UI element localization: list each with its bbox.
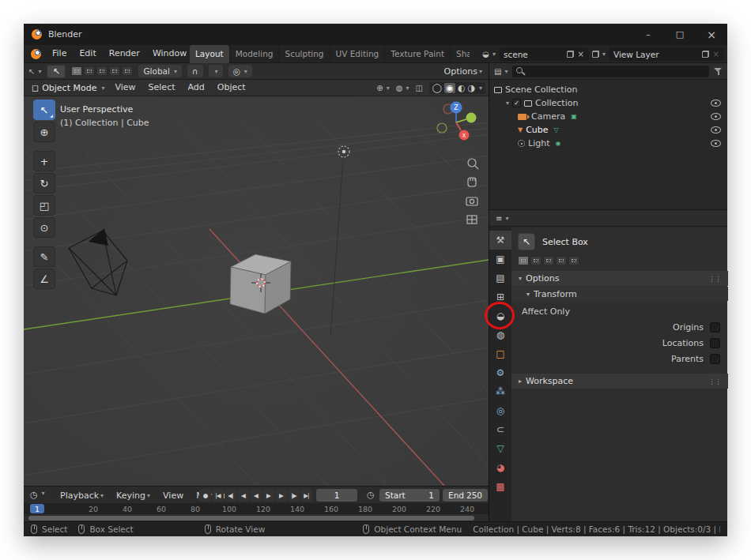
select-box-tool-icon[interactable]: ↖ (518, 233, 535, 250)
tool-move[interactable]: + (33, 151, 55, 171)
outliner-row-scene-collection[interactable]: Scene Collection (489, 83, 727, 96)
checkbox-locations[interactable] (710, 338, 720, 348)
frame-start-field[interactable]: Start 1 (379, 489, 440, 502)
timeline-menu-keying[interactable]: Keying▾ (116, 490, 150, 501)
view-layer-selector-dropdown[interactable]: ▾ (592, 51, 606, 58)
properties-tab-render[interactable]: ▣ (489, 250, 511, 269)
viewport-3d[interactable]: Z X (24, 96, 489, 486)
tool-measure[interactable]: ∠ (33, 269, 55, 289)
workspace-tab-layout[interactable]: Layout (190, 45, 230, 63)
transport-play-reverse[interactable]: ◀ (250, 489, 262, 502)
select-mode-invert-icon[interactable] (109, 66, 120, 76)
timeline-menu-view[interactable]: View (163, 490, 183, 501)
properties-tab-active-tool[interactable]: ⚒ (489, 231, 511, 250)
timeline-menu-playback[interactable]: Playback▾ (60, 490, 104, 501)
transport-play[interactable]: ▶ (262, 489, 274, 502)
properties-tab-output[interactable]: ▤ (489, 269, 511, 288)
filter-funnel-icon[interactable] (714, 67, 723, 76)
workspace-tab-modeling[interactable]: Modeling (230, 45, 280, 63)
remove-view-layer-icon[interactable]: × (713, 50, 719, 58)
menu-window[interactable]: Window (146, 45, 193, 62)
panel-drag-icon[interactable]: ⋮⋮ (708, 378, 721, 385)
frame-end-field[interactable]: End 250 (443, 489, 488, 502)
active-tool-button[interactable]: ↖ (47, 65, 66, 78)
disclosure-triangle-icon[interactable]: ▾ (506, 100, 509, 107)
transport-jump-to-start[interactable]: |◀ (212, 489, 224, 502)
tool-scale[interactable]: ◰ (33, 195, 55, 216)
transport-record[interactable]: ● (199, 489, 211, 502)
select-mode-intersect-icon[interactable] (122, 66, 133, 76)
select-mode-intersect-icon[interactable] (568, 256, 579, 265)
viewport-menu-select[interactable]: Select (142, 79, 182, 96)
hide-in-viewport-toggle[interactable] (711, 113, 721, 120)
menu-edit[interactable]: Edit (73, 45, 102, 62)
menu-file[interactable]: File (46, 45, 73, 62)
viewport-menu-object[interactable]: Object (211, 79, 252, 96)
properties-tab-object-data[interactable]: ▽ (489, 439, 511, 458)
tool-cursor[interactable]: ⊕ (33, 122, 55, 142)
proportional-editing-dropdown[interactable]: ◎▾ (228, 65, 252, 77)
blender-menu-icon[interactable] (31, 49, 41, 62)
timeline-editor-dropdown[interactable]: ◷▾ (30, 490, 45, 500)
select-mode-extend-icon[interactable] (530, 256, 542, 265)
timeline-ruler[interactable]: 1 20406080100120140160180200220240 (24, 503, 489, 514)
workspace-tab-shading[interactable]: Shading (451, 45, 470, 63)
properties-tab-modifiers[interactable]: ⚙ (489, 363, 511, 382)
active-tool-dropdown[interactable]: ↖▾ (28, 67, 41, 76)
show-overlays-dropdown[interactable]: ◍▾ (396, 84, 409, 92)
transport-previous-frame[interactable]: ◀ (237, 489, 249, 502)
tool-options-dropdown[interactable]: Options▾ (444, 66, 482, 77)
scene-name-field[interactable]: scene × (499, 47, 589, 61)
outliner-row-cube[interactable]: ▼Cube▽ (489, 123, 727, 137)
mode-dropdown[interactable]: ◻ Object Mode ▾ (28, 83, 108, 93)
gizmo-y-ball[interactable] (466, 113, 477, 123)
outliner-search-input[interactable] (512, 66, 709, 77)
tool-annotate[interactable]: ✎ (33, 246, 55, 267)
properties-tab-physics[interactable]: ◎ (489, 401, 511, 420)
hide-in-viewport-toggle[interactable] (711, 100, 721, 107)
select-mode-extend-icon[interactable] (84, 66, 95, 76)
checkbox-origins[interactable] (710, 322, 720, 333)
shading-solid-icon[interactable]: ◉ (444, 83, 455, 93)
new-view-layer-icon[interactable] (702, 51, 709, 58)
show-gizmo-dropdown[interactable]: ⊕▾ (376, 84, 389, 92)
viewport-canvas[interactable]: Z X (24, 96, 489, 486)
workspace-tab-texture-paint[interactable]: Texture Paint (385, 45, 451, 63)
workspace-section-header[interactable]: ▸ Workspace ⋮⋮ (511, 374, 728, 389)
scene-selector-dropdown[interactable]: ◒▾ (482, 50, 496, 58)
close-button[interactable]: × (696, 24, 727, 45)
properties-tab-particles[interactable]: ⁂ (489, 382, 511, 401)
transport-next-keyframe[interactable]: |▶ (288, 489, 300, 502)
menu-render[interactable]: Render (103, 45, 146, 62)
unlink-scene-icon[interactable]: × (578, 50, 584, 58)
minimize-button[interactable]: – (632, 24, 664, 45)
transform-section-header[interactable]: ▾ Transform (511, 287, 728, 301)
panel-drag-icon[interactable]: ⋮⋮ (708, 275, 721, 283)
titlebar[interactable]: Blender – □ × (24, 24, 727, 45)
workspace-tab-uv-editing[interactable]: UV Editing (330, 45, 386, 63)
gizmo-neg-y-ball[interactable] (437, 123, 447, 133)
workspace-tab-sculpting[interactable]: Sculpting (279, 45, 330, 63)
properties-tab-texture[interactable]: ▩ (489, 477, 511, 496)
hide-in-viewport-toggle[interactable] (711, 126, 721, 133)
outliner-row-light[interactable]: Light◉ (489, 137, 727, 150)
properties-tab-material[interactable]: ◕ (489, 458, 511, 477)
properties-tab-object[interactable]: □ (489, 344, 511, 363)
current-frame-marker[interactable]: 1 (30, 504, 44, 513)
transport-next-frame[interactable]: ▶ (275, 489, 287, 502)
collection-checkbox[interactable]: ✓ (512, 99, 521, 107)
outliner-display-dropdown[interactable]: ▤▾ (494, 67, 508, 76)
new-scene-icon[interactable] (567, 51, 574, 58)
maximize-button[interactable]: □ (664, 24, 696, 45)
select-mode-invert-icon[interactable] (556, 256, 567, 265)
viewport-menu-add[interactable]: Add (182, 79, 211, 96)
outliner-row-camera[interactable]: Camera▣ (489, 110, 727, 123)
transport-jump-to-end[interactable]: ▶| (300, 489, 312, 502)
options-section-header[interactable]: ▾ Options ⋮⋮ (511, 271, 728, 286)
toggle-xray-button[interactable]: ◫ (415, 84, 422, 92)
tool-rotate[interactable]: ↻ (33, 173, 55, 194)
use-preview-range-icon[interactable]: ◷ (367, 490, 375, 500)
snap-settings-dropdown[interactable]: ▾ (209, 65, 223, 77)
tool-transform[interactable]: ⊙ (33, 217, 55, 238)
properties-editor-dropdown[interactable]: ≡▾ (496, 214, 508, 223)
